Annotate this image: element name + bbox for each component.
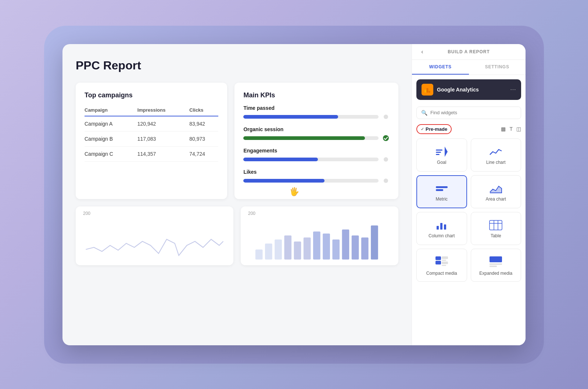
panel-header-title: BUILD A REPORT [448, 49, 490, 54]
svg-rect-24 [436, 186, 448, 188]
svg-rect-11 [323, 233, 330, 259]
text-filter-icon[interactable]: T [509, 126, 513, 132]
campaign-clicks: 83,942 [189, 116, 218, 132]
kpi-bar-row [243, 177, 390, 184]
campaign-name: Campaign B [85, 131, 137, 146]
svg-rect-13 [342, 229, 349, 259]
kpi-label: Engagements [243, 148, 390, 154]
svg-rect-5 [265, 243, 272, 259]
svg-point-0 [384, 115, 388, 119]
widget-icon-line_chart [489, 147, 502, 157]
ga-menu-button[interactable]: ⋯ [510, 86, 516, 93]
widget-label-line_chart: Line chart [486, 160, 506, 165]
svg-rect-36 [442, 260, 446, 261]
kpi-bar-track [243, 179, 379, 183]
bar-filter-icon[interactable]: ▩ [501, 126, 506, 132]
svg-rect-27 [440, 223, 442, 230]
widget-icon-column_chart [436, 220, 448, 230]
widget-tile-line_chart[interactable]: Line chart [471, 138, 521, 172]
widget-icon-goal [436, 147, 448, 157]
kpi-label: Time passed [243, 105, 390, 111]
widget-label-metric: Metric [435, 197, 448, 202]
bar-chart-card: 200 [241, 206, 398, 265]
svg-rect-12 [332, 239, 340, 260]
svg-rect-16 [371, 225, 378, 259]
kpi-bar-row [243, 134, 390, 142]
premade-chevron-icon: ✓ [421, 127, 424, 132]
kpi-bar-track [243, 158, 379, 161]
widget-tile-column_chart[interactable]: Column chart [416, 212, 467, 245]
widgets-section: ✓ Pre-made ▩ T ◫ Goal Line chart [412, 121, 526, 345]
kpi-icon [382, 113, 390, 120]
widget-icon-area_chart [489, 183, 502, 194]
campaign-clicks: 74,724 [189, 146, 218, 161]
chart1-label: 200 [83, 211, 90, 216]
kpi-item: Organic session [243, 126, 390, 142]
widget-icon-metric [435, 183, 448, 194]
kpi-bar-fill [243, 179, 325, 183]
svg-point-19 [429, 91, 430, 93]
ga-banner: Google Analytics ⋯ [416, 79, 521, 100]
svg-rect-29 [490, 220, 502, 230]
widget-tile-metric[interactable]: Metric 🖐 [416, 175, 467, 208]
svg-rect-20 [436, 150, 442, 151]
media-filter-icon[interactable]: ◫ [516, 126, 521, 132]
widget-tile-compact_media[interactable]: Compact media [416, 249, 467, 282]
tab-widgets[interactable]: WIDGETS [412, 60, 469, 75]
charts-row: 200 200 [76, 206, 398, 265]
kpi-item: Engagements [243, 148, 390, 163]
campaigns-card: Top campaigns Campaign Impressions Click… [76, 83, 227, 199]
svg-rect-38 [442, 265, 446, 266]
widget-tile-goal[interactable]: Goal [416, 138, 467, 172]
premade-filter-icons: ▩ T ◫ [501, 126, 521, 132]
campaign-name: Campaign C [85, 146, 137, 161]
table-row: Campaign C114,35774,724 [85, 146, 218, 161]
campaign-impressions: 114,357 [137, 146, 190, 161]
svg-rect-7 [284, 235, 292, 259]
search-input[interactable] [430, 110, 516, 115]
table-row: Campaign B117,08380,973 [85, 131, 218, 146]
chart2-label: 200 [248, 211, 255, 216]
svg-rect-35 [442, 256, 448, 259]
kpi-items: Time passed Organic session Engagements [243, 105, 390, 184]
svg-rect-41 [490, 266, 497, 267]
widget-label-compact_media: Compact media [426, 271, 457, 276]
line-chart-svg [76, 221, 233, 262]
kpi-item: Time passed [243, 105, 390, 120]
back-button[interactable]: ‹ [418, 47, 427, 56]
svg-rect-6 [275, 239, 282, 260]
svg-marker-23 [445, 147, 448, 157]
widgets-row: Top campaigns Campaign Impressions Click… [76, 83, 398, 199]
widget-tile-area_chart[interactable]: Area chart [471, 175, 521, 208]
widget-label-column_chart: Column chart [429, 233, 455, 238]
svg-rect-25 [436, 189, 443, 191]
widget-label-area_chart: Area chart [486, 197, 506, 202]
kpi-bar-fill [243, 115, 338, 119]
bar-chart-svg [241, 217, 398, 262]
tab-settings[interactable]: SETTINGS [469, 60, 526, 75]
svg-rect-26 [437, 226, 439, 230]
kpi-bar-track [243, 115, 379, 119]
premade-label-wrap[interactable]: ✓ Pre-made [416, 124, 452, 134]
line-chart-card: 200 [76, 206, 233, 265]
kpi-bar-track [243, 136, 379, 140]
campaign-impressions: 117,083 [137, 131, 190, 146]
svg-rect-40 [490, 263, 502, 265]
widget-label-expanded_media: Expanded media [479, 271, 512, 276]
widget-icon-table [489, 220, 502, 230]
svg-rect-37 [442, 262, 448, 264]
widget-icon-compact_media [435, 256, 448, 268]
campaign-clicks: 80,973 [189, 131, 218, 146]
col-campaign: Campaign [85, 105, 137, 116]
kpi-icon [382, 156, 390, 163]
svg-rect-17 [424, 90, 426, 93]
widget-tile-expanded_media[interactable]: Expanded media [471, 249, 521, 282]
widget-label-table: Table [491, 233, 501, 238]
svg-point-3 [384, 179, 388, 183]
svg-rect-9 [304, 237, 311, 259]
campaigns-title: Top campaigns [85, 91, 218, 99]
widget-tile-table[interactable]: Table [471, 212, 521, 245]
svg-rect-4 [255, 249, 263, 259]
ga-banner-left: Google Analytics [422, 84, 479, 96]
svg-rect-39 [490, 256, 502, 262]
